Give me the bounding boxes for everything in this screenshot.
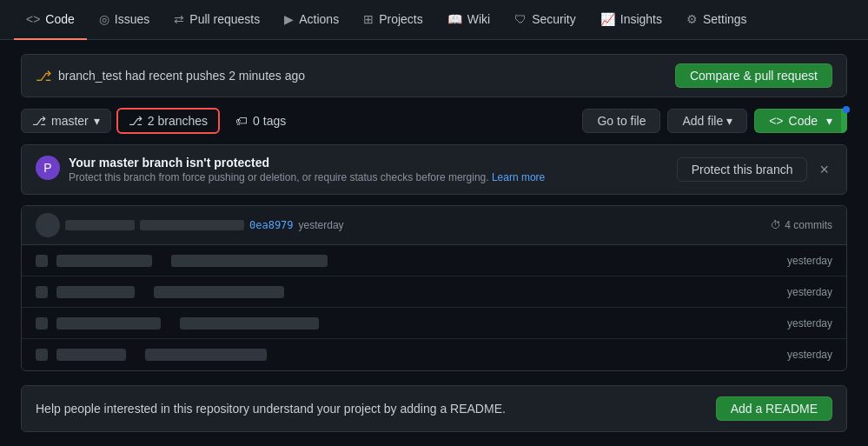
- branch-row: ⎇ master ▾ ⎇ 2 branches 🏷 0 tags Go to f…: [21, 108, 847, 134]
- code-button-wrapper: <> Code ▾: [754, 109, 847, 133]
- file-type-icon: [36, 349, 48, 361]
- branch-name: master: [51, 114, 89, 128]
- table-row: yesterday: [22, 308, 846, 339]
- protect-banner-left: P Your master branch isn't protected Pro…: [36, 156, 545, 183]
- code-button-label: Code: [789, 114, 818, 128]
- branch-selector-chevron: ▾: [94, 114, 100, 128]
- code-button[interactable]: <> Code ▾: [754, 109, 847, 133]
- code-button-icon: <>: [769, 114, 783, 128]
- add-file-chevron-icon: ▾: [726, 114, 732, 128]
- commit-author-blur: [65, 220, 135, 230]
- nav-item-pull-requests[interactable]: ⇄ Pull requests: [162, 0, 272, 40]
- file-name-blur: [56, 286, 135, 298]
- nav-bar: <> Code ◎ Issues ⇄ Pull requests ▶ Actio…: [0, 0, 868, 40]
- add-file-label: Add file: [682, 114, 723, 128]
- file-desc-blur: [154, 286, 284, 298]
- file-table-header: 0ea8979 yesterday ⏱ 4 commits: [22, 206, 846, 245]
- learn-more-link[interactable]: Learn more: [492, 171, 545, 183]
- folder-icon: [36, 317, 48, 330]
- file-name-blur: [56, 317, 161, 330]
- tags-count: 0 tags: [253, 114, 286, 128]
- protect-banner: P Your master branch isn't protected Pro…: [21, 144, 847, 195]
- folder-icon: [36, 255, 48, 267]
- code-button-chevron: ▾: [826, 114, 832, 128]
- branch-row-right: Go to file Add file ▾ <> Code ▾: [582, 109, 847, 133]
- clock-icon: ⏱: [771, 219, 781, 231]
- file-time: yesterday: [787, 349, 832, 361]
- protect-branch-button[interactable]: Protect this branch: [677, 157, 808, 182]
- table-row: yesterday: [22, 245, 846, 276]
- file-time: yesterday: [787, 255, 832, 267]
- settings-icon: ⚙: [686, 12, 698, 26]
- pull-requests-icon: ⇄: [174, 12, 184, 26]
- protect-banner-close-button[interactable]: ×: [816, 160, 832, 179]
- tags-button[interactable]: 🏷 0 tags: [225, 110, 296, 132]
- main-content: ⎇ branch_test had recent pushes 2 minute…: [0, 40, 868, 446]
- nav-item-security[interactable]: 🛡 Security: [502, 0, 588, 40]
- security-icon: 🛡: [514, 12, 527, 26]
- nav-item-actions[interactable]: ▶ Actions: [272, 0, 351, 40]
- commit-info: 0ea8979 yesterday: [36, 213, 344, 237]
- protect-description: Protect this branch from force pushing o…: [69, 171, 545, 183]
- file-table: 0ea8979 yesterday ⏱ 4 commits yesterday: [21, 205, 847, 371]
- nav-item-code[interactable]: <> Code: [14, 0, 87, 40]
- branch-push-icon: ⎇: [36, 68, 51, 84]
- branch-row-left: ⎇ master ▾ ⎇ 2 branches 🏷 0 tags: [21, 108, 296, 134]
- protect-text: Your master branch isn't protected Prote…: [69, 156, 545, 183]
- nav-item-issues[interactable]: ◎ Issues: [87, 0, 162, 40]
- file-row-left: [36, 317, 787, 330]
- push-banner-text: branch_test had recent pushes 2 minutes …: [58, 69, 305, 83]
- file-name-blur: [56, 349, 126, 361]
- file-row-left: [36, 286, 787, 298]
- commit-hash[interactable]: 0ea8979: [249, 219, 294, 231]
- file-type-icon: [36, 286, 48, 298]
- avatar: P: [36, 156, 60, 180]
- commits-count: 4 commits: [785, 219, 832, 231]
- file-desc-blur: [171, 255, 328, 267]
- commit-message-blur: [140, 220, 244, 230]
- file-name-blur: [56, 255, 152, 267]
- file-time: yesterday: [787, 317, 832, 330]
- push-banner: ⎇ branch_test had recent pushes 2 minute…: [21, 54, 847, 97]
- file-time: yesterday: [787, 286, 832, 298]
- table-row: yesterday: [22, 339, 846, 370]
- readme-text: Help people interested in this repositor…: [36, 402, 506, 416]
- protect-title: Your master branch isn't protected: [69, 156, 545, 170]
- projects-icon: ⊞: [363, 12, 374, 26]
- branch-selector-icon: ⎇: [32, 114, 46, 128]
- file-row-left: [36, 349, 787, 361]
- add-readme-button[interactable]: Add a README: [716, 396, 832, 421]
- branches-count: 2 branches: [148, 114, 208, 128]
- nav-item-settings[interactable]: ⚙ Settings: [674, 0, 759, 40]
- push-banner-left: ⎇ branch_test had recent pushes 2 minute…: [36, 68, 305, 84]
- nav-item-projects[interactable]: ⊞ Projects: [351, 0, 435, 40]
- readme-banner: Help people interested in this repositor…: [21, 385, 847, 432]
- branch-selector[interactable]: ⎇ master ▾: [21, 109, 111, 133]
- issues-icon: ◎: [99, 12, 109, 26]
- actions-icon: ▶: [284, 12, 294, 26]
- file-row-left: [36, 255, 787, 267]
- branches-button[interactable]: ⎇ 2 branches: [116, 108, 220, 134]
- file-desc-blur: [180, 317, 319, 330]
- protect-banner-right: Protect this branch ×: [677, 157, 832, 182]
- insights-icon: 📈: [600, 12, 615, 26]
- commit-avatar: [36, 213, 60, 237]
- code-icon: <>: [26, 12, 40, 26]
- commits-link[interactable]: ⏱ 4 commits: [771, 219, 832, 231]
- table-row: yesterday: [22, 276, 846, 308]
- branches-icon: ⎇: [129, 114, 142, 128]
- tags-icon: 🏷: [235, 114, 248, 128]
- notification-dot: [843, 106, 850, 113]
- nav-item-wiki[interactable]: 📖 Wiki: [435, 0, 502, 40]
- wiki-icon: 📖: [447, 12, 462, 26]
- file-desc-blur: [145, 349, 267, 361]
- commit-time: yesterday: [299, 219, 344, 231]
- go-to-file-button[interactable]: Go to file: [582, 109, 660, 133]
- add-file-button[interactable]: Add file ▾: [667, 109, 747, 133]
- compare-pull-request-button[interactable]: Compare & pull request: [675, 63, 832, 88]
- nav-item-insights[interactable]: 📈 Insights: [588, 0, 674, 40]
